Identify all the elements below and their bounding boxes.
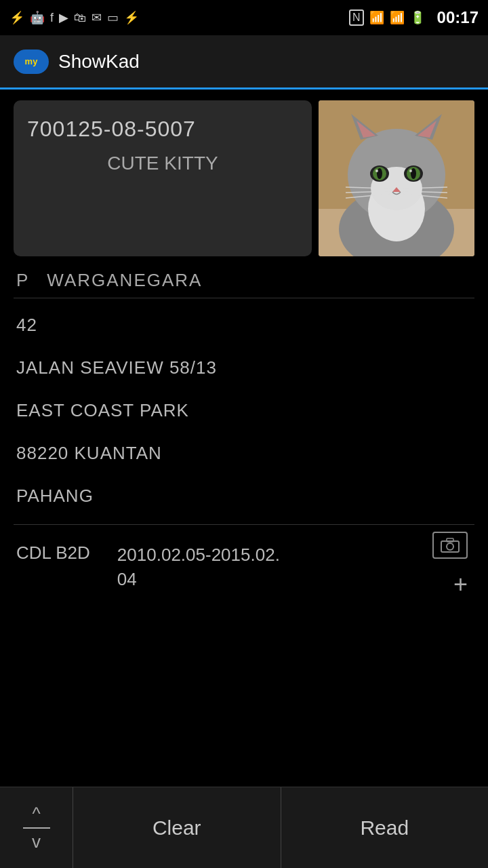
scroll-down-button[interactable]: v [32,831,41,852]
age-line: 42 [14,304,474,347]
category-p: P [16,270,28,291]
separator [14,524,474,525]
address-line-4: PAHANG [14,475,474,517]
main-content: 700125-08-5007 CUTE KITTY [0,90,488,787]
read-label: Read [360,816,409,840]
signal-icon: 📶 [390,10,405,25]
svg-rect-27 [447,538,453,542]
license-section: CDL B2D 2010.02.05-2015.02.04 + [14,532,474,599]
id-photo [319,100,474,256]
id-card-info: 700125-08-5007 CUTE KITTY [14,100,312,256]
status-right-icons: N 📶 📶 🔋 00:17 [349,8,479,27]
bag-icon: 🛍 [74,11,86,25]
status-bar: ⚡ 🤖 f ▶ 🛍 ✉ ▭ ⚡ N 📶 📶 🔋 00:17 [0,0,488,35]
camera-icon-area [432,532,468,559]
app-bar: my ShowKad [0,35,488,90]
wifi-icon: 📶 [369,10,384,25]
id-number: 700125-08-5007 [27,117,298,142]
bottom-nav: ^ v Clear Read [0,787,488,868]
license-dates: 2010.02.05-2015.02.04 [117,542,280,592]
battery-icon: 🔋 [410,10,425,25]
cat-image [319,100,474,256]
usb2-icon: ⚡ [124,10,139,25]
status-left-icons: ⚡ 🤖 f ▶ 🛍 ✉ ▭ ⚡ [9,10,139,25]
tablet-icon: ▭ [107,10,119,25]
plus-icon: + [453,570,468,598]
license-dates-text: 2010.02.05-2015.02.04 [117,545,280,589]
scroll-up-button[interactable]: ^ [32,804,40,825]
license-code: CDL B2D [16,542,90,564]
category-row: P WARGANEGARA [14,263,474,298]
play-icon: ▶ [59,10,68,25]
scroll-divider [23,827,50,829]
clear-label: Clear [152,816,201,840]
address-line-1: JALAN SEAVIEW 58/13 [14,347,474,389]
address-line-2: EAST COAST PARK [14,389,474,432]
svg-point-17 [409,170,412,172]
android-icon: 🤖 [30,10,45,25]
nav-scroll: ^ v [0,787,73,868]
svg-point-14 [377,168,382,179]
app-logo: my [14,50,49,74]
email-icon: ✉ [92,10,102,25]
svg-point-16 [375,170,378,172]
address-line-3: 88220 KUANTAN [14,432,474,475]
scroll-down-icon: v [32,831,41,852]
id-name: CUTE KITTY [27,153,298,174]
nfc-icon: N [349,9,364,26]
app-title: ShowKad [58,51,140,73]
id-photo-container [319,100,474,256]
logo-text: my [25,56,38,66]
read-button[interactable]: Read [281,787,489,868]
plus-icon-area: + [453,570,468,599]
usb-icon: ⚡ [9,10,24,25]
svg-point-15 [411,168,416,179]
scroll-up-icon: ^ [32,804,40,825]
category-type: WARGANEGARA [47,270,202,291]
id-card-section: 700125-08-5007 CUTE KITTY [14,100,474,256]
svg-point-26 [447,543,453,550]
status-time: 00:17 [437,8,479,27]
facebook-icon: f [50,11,54,25]
camera-icon [432,532,468,559]
clear-button[interactable]: Clear [73,787,281,868]
